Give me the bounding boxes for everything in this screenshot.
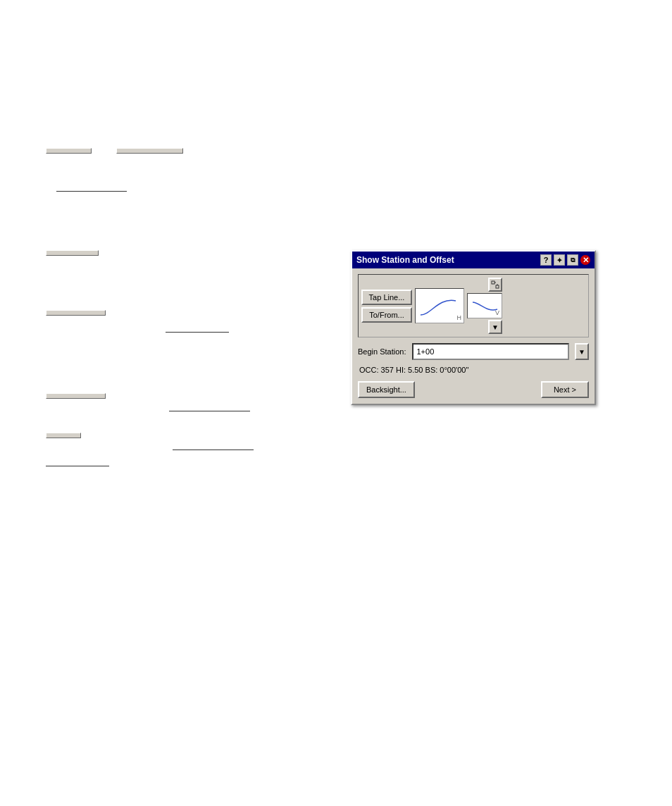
bg-button-4[interactable] xyxy=(46,310,106,316)
line-selection-row: Tap Line... To/From... H xyxy=(358,274,589,337)
close-icon[interactable]: ✕ xyxy=(580,255,590,265)
h-curve-preview: H xyxy=(415,288,464,323)
bg-underline-field-5 xyxy=(46,457,109,466)
begin-station-label: Begin Station: xyxy=(358,347,406,356)
line-buttons: Tap Line... To/From... xyxy=(361,290,412,323)
bg-button-6[interactable] xyxy=(46,433,81,438)
backsight-button[interactable]: Backsight... xyxy=(358,381,415,398)
bg-underline-field-2 xyxy=(166,323,229,333)
bg-underline-field-4 xyxy=(173,440,254,450)
h-label: H xyxy=(457,314,462,321)
begin-station-dropdown[interactable]: ▼ xyxy=(575,343,589,360)
v-curve-preview: V xyxy=(467,293,502,318)
occ-info-text: OCC: 357 HI: 5.50 BS: 0°00'00" xyxy=(359,366,468,374)
expand-svg xyxy=(491,280,499,289)
bg-button-2[interactable] xyxy=(116,148,183,154)
next-button[interactable]: Next > xyxy=(541,381,589,398)
dialog-body: Tap Line... To/From... H xyxy=(352,268,595,404)
tap-line-button[interactable]: Tap Line... xyxy=(361,290,412,305)
bg-underline-field-1 xyxy=(56,182,127,192)
svg-rect-1 xyxy=(496,285,499,288)
to-from-button[interactable]: To/From... xyxy=(361,307,412,323)
v-label: V xyxy=(495,309,499,316)
pin-icon[interactable]: ✦ xyxy=(554,254,565,266)
bg-button-3[interactable] xyxy=(46,250,99,256)
v-curve-dropdown[interactable]: ▼ xyxy=(488,320,502,334)
help-icon[interactable]: ? xyxy=(540,254,552,266)
expand-icon[interactable] xyxy=(488,278,502,292)
begin-station-row: Begin Station: ▼ xyxy=(358,343,589,360)
bg-underline-field-3 xyxy=(169,402,250,411)
svg-rect-0 xyxy=(492,281,494,284)
occ-info-row: OCC: 357 HI: 5.50 BS: 0°00'00" xyxy=(358,366,589,374)
show-station-offset-dialog: Show Station and Offset ? ✦ ⧉ ✕ Tap Line… xyxy=(351,250,596,405)
dialog-titlebar: Show Station and Offset ? ✦ ⧉ ✕ xyxy=(352,252,595,268)
bg-button-1[interactable] xyxy=(46,148,92,154)
begin-station-input[interactable] xyxy=(412,343,570,360)
bg-button-5[interactable] xyxy=(46,393,106,399)
copy-icon[interactable]: ⧉ xyxy=(567,254,578,266)
action-buttons-row: Backsight... Next > xyxy=(358,381,589,398)
background-ui xyxy=(0,0,352,493)
titlebar-icons: ? ✦ ⧉ ✕ xyxy=(540,254,590,266)
dialog-title: Show Station and Offset xyxy=(356,255,540,265)
